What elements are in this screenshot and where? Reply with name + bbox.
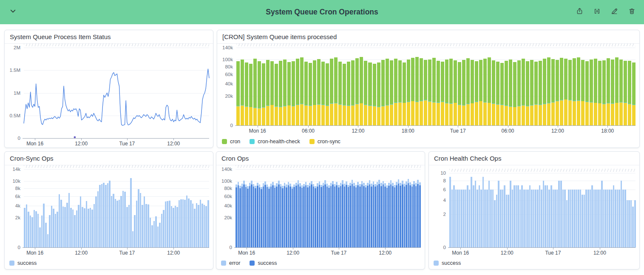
bar[interactable] (348, 169, 349, 247)
bar[interactable] (361, 169, 363, 247)
bar[interactable] (585, 48, 589, 125)
bar[interactable] (30, 169, 31, 247)
bar[interactable] (196, 169, 198, 247)
bar[interactable] (323, 169, 324, 247)
bar[interactable] (109, 169, 111, 247)
bar[interactable] (545, 173, 546, 247)
bar[interactable] (270, 169, 272, 247)
legend-item-cron-health-check[interactable]: cron-health-check (250, 139, 300, 145)
bar[interactable] (529, 173, 531, 247)
bar[interactable] (573, 48, 576, 125)
bar[interactable] (324, 169, 326, 247)
bar[interactable] (590, 173, 591, 247)
bar[interactable] (140, 169, 142, 247)
bar[interactable] (298, 169, 299, 247)
bar[interactable] (621, 173, 622, 247)
bar[interactable] (496, 48, 499, 125)
bar[interactable] (340, 169, 342, 247)
bar[interactable] (95, 169, 97, 247)
bar[interactable] (159, 169, 161, 247)
bar[interactable] (313, 48, 316, 125)
bar[interactable] (292, 169, 293, 247)
bar[interactable] (262, 48, 265, 125)
bar[interactable] (303, 169, 305, 247)
bar[interactable] (577, 48, 580, 125)
bar[interactable] (477, 173, 478, 247)
bar[interactable] (502, 173, 504, 247)
bar-chart[interactable]: 0246810Mon 1612:00Tue 1712:00 (429, 152, 639, 269)
stacked-bar-chart[interactable]: 020k40k60k80k100k140kMon 1606:0012:0018:… (217, 30, 639, 147)
bar[interactable] (368, 48, 372, 125)
bar[interactable] (268, 169, 270, 247)
bar[interactable] (236, 48, 240, 125)
bar[interactable] (390, 169, 392, 247)
bar[interactable] (490, 173, 492, 247)
bar[interactable] (519, 173, 521, 247)
bar[interactable] (315, 169, 316, 247)
bar[interactable] (120, 169, 122, 247)
bar[interactable] (530, 48, 533, 125)
bar[interactable] (428, 48, 431, 125)
bar[interactable] (367, 169, 369, 247)
bar[interactable] (383, 169, 384, 247)
bar[interactable] (568, 48, 572, 125)
bar[interactable] (188, 169, 190, 247)
bar[interactable] (60, 169, 62, 247)
bar[interactable] (513, 48, 516, 125)
save-to-library-button[interactable] (590, 6, 603, 18)
bar[interactable] (406, 169, 407, 247)
bar[interactable] (338, 169, 340, 247)
bar[interactable] (128, 169, 130, 247)
collapse-panel-button[interactable] (7, 6, 19, 18)
bar[interactable] (437, 48, 440, 125)
bar[interactable] (253, 169, 255, 247)
bar[interactable] (602, 48, 606, 125)
bar[interactable] (62, 169, 64, 247)
line-chart[interactable]: 00.5M1M1.5M2MMon 1612:00Tue 1712:00 (5, 30, 213, 147)
bar[interactable] (548, 173, 550, 247)
bar[interactable] (572, 173, 573, 247)
bar[interactable] (304, 48, 308, 125)
bar[interactable] (390, 48, 393, 125)
bar[interactable] (402, 169, 403, 247)
delete-button[interactable] (625, 6, 638, 18)
bar[interactable] (547, 173, 548, 247)
bar[interactable] (330, 169, 332, 247)
legend-item-success[interactable]: success (9, 260, 37, 266)
bar[interactable] (169, 169, 170, 247)
bar[interactable] (550, 173, 552, 247)
legend-item-cron[interactable]: cron (222, 139, 240, 145)
bar[interactable] (86, 169, 88, 247)
bar[interactable] (261, 169, 262, 247)
bar[interactable] (64, 169, 66, 247)
bar[interactable] (276, 169, 278, 247)
bar[interactable] (292, 48, 295, 125)
bar[interactable] (415, 169, 417, 247)
bar[interactable] (284, 169, 286, 247)
bar[interactable] (136, 169, 138, 247)
bar[interactable] (523, 173, 525, 247)
bar[interactable] (407, 48, 410, 125)
bar[interactable] (632, 173, 634, 247)
bar[interactable] (194, 169, 196, 247)
legend-item-cron-sync[interactable]: cron-sync (309, 139, 340, 145)
bar[interactable] (321, 48, 325, 125)
bar[interactable] (593, 173, 595, 247)
bar[interactable] (517, 48, 521, 125)
bar[interactable] (253, 48, 257, 125)
bar[interactable] (432, 48, 436, 125)
bar[interactable] (88, 169, 89, 247)
bar[interactable] (556, 173, 558, 247)
bar[interactable] (275, 48, 278, 125)
bar[interactable] (543, 48, 546, 125)
bar[interactable] (627, 173, 628, 247)
bar[interactable] (45, 169, 47, 247)
bar[interactable] (482, 173, 484, 247)
bar[interactable] (336, 169, 338, 247)
bar[interactable] (471, 48, 474, 125)
bar[interactable] (349, 169, 351, 247)
bar[interactable] (357, 169, 359, 247)
bar[interactable] (624, 48, 627, 125)
bar[interactable] (517, 173, 519, 247)
bar[interactable] (180, 169, 182, 247)
